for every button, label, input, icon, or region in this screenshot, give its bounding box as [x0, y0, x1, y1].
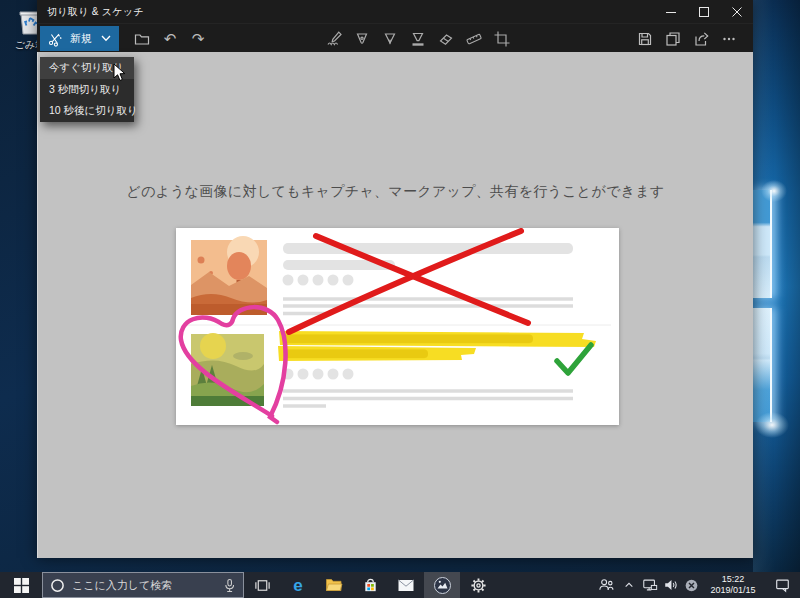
redo-icon: ↷ — [192, 31, 205, 46]
crop-button[interactable] — [488, 26, 516, 51]
minimize-button[interactable] — [654, 0, 687, 23]
snip-sketch-window: 切り取り & スケッチ 新規 — [37, 0, 753, 558]
titlebar[interactable]: 切り取り & スケッチ — [37, 0, 753, 23]
file-explorer-icon — [325, 577, 343, 593]
highlighter-icon — [409, 30, 427, 48]
screen: { "desktop": { "recycle_bin_label": "ごみ箱… — [0, 0, 800, 598]
toolbar-left-group: 新規 ↶ ↷ — [40, 26, 212, 51]
new-snip-icon — [47, 31, 63, 47]
clock-time: 15:22 — [706, 574, 760, 585]
share-icon — [692, 30, 710, 48]
action-center-button[interactable] — [764, 572, 800, 598]
more-options-button[interactable] — [715, 26, 743, 51]
snip-sketch-app-icon — [433, 576, 452, 595]
clock[interactable]: 15:22 2019/01/15 — [702, 574, 764, 597]
undo-button[interactable]: ↶ — [156, 26, 184, 51]
maximize-button[interactable] — [687, 0, 720, 23]
ruler-icon — [465, 30, 483, 48]
toolbar: 新規 ↶ ↷ — [37, 23, 753, 52]
eraser-icon — [437, 30, 455, 48]
speaker-icon — [663, 577, 679, 593]
undo-icon: ↶ — [164, 31, 177, 46]
network-button[interactable] — [639, 572, 660, 598]
crop-icon — [493, 30, 511, 48]
x-circle-icon — [684, 578, 699, 593]
caption-buttons — [654, 0, 753, 23]
taskbar: e — [0, 572, 800, 598]
clock-date: 2019/01/15 — [706, 585, 760, 596]
toolbar-right-group — [631, 26, 743, 51]
people-icon — [598, 577, 615, 594]
task-view-button[interactable] — [244, 572, 280, 598]
microphone-icon[interactable] — [223, 578, 236, 593]
toolbar-tools-group — [320, 26, 516, 51]
ruler-button[interactable] — [460, 26, 488, 51]
ballpoint-pen-button[interactable] — [348, 26, 376, 51]
store-icon — [362, 577, 379, 594]
desktop-wallpaper — [753, 0, 800, 572]
more-icon — [720, 30, 738, 48]
chevron-down-icon — [101, 35, 111, 42]
status-x-button[interactable] — [681, 572, 702, 598]
file-explorer-button[interactable] — [316, 572, 352, 598]
task-view-icon — [254, 577, 271, 594]
mail-button[interactable] — [388, 572, 424, 598]
close-icon — [732, 7, 742, 17]
network-icon — [642, 577, 658, 593]
hero-shade — [753, 0, 800, 572]
highlighter-button[interactable] — [404, 26, 432, 51]
pencil-button[interactable] — [376, 26, 404, 51]
save-button[interactable] — [631, 26, 659, 51]
share-button[interactable] — [687, 26, 715, 51]
settings-button[interactable] — [460, 572, 496, 598]
close-button[interactable] — [720, 0, 753, 23]
search-input[interactable] — [72, 579, 216, 591]
action-center-icon — [774, 577, 791, 593]
system-tray: 15:22 2019/01/15 — [593, 572, 800, 598]
save-icon — [636, 30, 654, 48]
touch-writing-button[interactable] — [320, 26, 348, 51]
ballpoint-pen-icon — [353, 30, 371, 48]
settings-gear-icon — [470, 577, 487, 594]
maximize-icon — [699, 7, 709, 17]
empty-state-heading: どのような画像に対してもキャプチャ、マークアップ、共有を行うことができます — [38, 183, 753, 201]
menu-item-snip-10s[interactable]: 10 秒後に切り取り — [40, 100, 134, 122]
illustration — [176, 228, 619, 425]
photo-balloon — [191, 236, 267, 315]
start-button[interactable] — [0, 572, 42, 598]
edge-button[interactable]: e — [280, 572, 316, 598]
new-snip-button[interactable]: 新規 — [40, 26, 119, 51]
people-button[interactable] — [593, 572, 619, 598]
copy-icon — [664, 30, 682, 48]
mouse-cursor — [113, 63, 126, 82]
copy-button[interactable] — [659, 26, 687, 51]
redo-button[interactable]: ↷ — [184, 26, 212, 51]
cortana-icon — [50, 578, 65, 593]
mail-icon — [397, 578, 415, 593]
taskbar-search[interactable] — [42, 572, 244, 598]
open-folder-icon — [133, 30, 151, 48]
store-button[interactable] — [352, 572, 388, 598]
windows-logo-icon — [14, 578, 29, 593]
eraser-button[interactable] — [432, 26, 460, 51]
open-file-button[interactable] — [128, 26, 156, 51]
window-title: 切り取り & スケッチ — [47, 5, 144, 19]
canvas-area: どのような画像に対してもキャプチャ、マークアップ、共有を行うことができます — [37, 52, 753, 558]
chevron-up-icon — [623, 579, 635, 591]
touch-writing-icon — [325, 30, 343, 48]
new-snip-label: 新規 — [70, 31, 92, 46]
edge-icon: e — [293, 577, 302, 594]
tray-overflow-button[interactable] — [619, 572, 639, 598]
pencil-icon — [381, 30, 399, 48]
snip-sketch-taskbar-button[interactable] — [424, 572, 460, 598]
volume-button[interactable] — [660, 572, 681, 598]
minimize-icon — [666, 7, 676, 17]
